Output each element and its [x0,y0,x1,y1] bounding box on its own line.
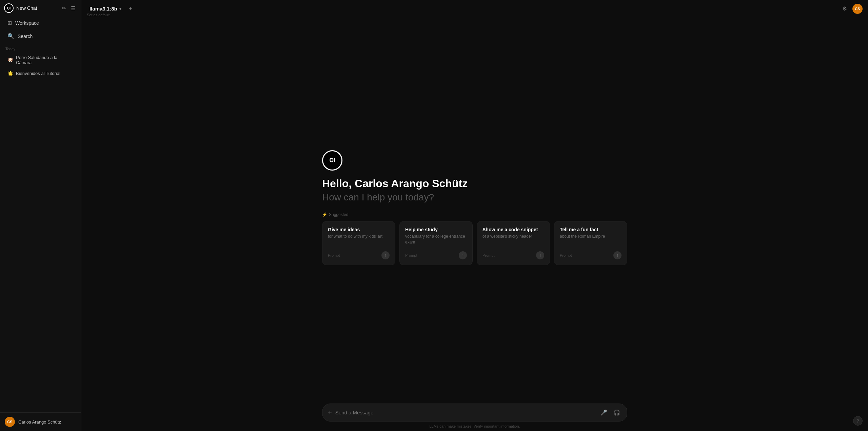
app-logo: OI [4,3,14,13]
chat-area: OI Hello, Carlos Arango Schütz How can I… [81,17,868,398]
suggestion-title-3: Tell me a fun fact [560,227,622,232]
sidebar-item-search[interactable]: 🔍 Search [2,30,79,43]
chat-emoji-1: 🌟 [7,71,13,76]
send-arrow-3[interactable]: ↑ [613,251,622,259]
welcome-section: OI Hello, Carlos Arango Schütz How can I… [322,150,627,265]
workspace-label: Workspace [15,20,39,26]
chat-label-0: Perro Saludando a la Cámara [16,55,74,65]
topbar-right: ⚙ CS [840,3,863,14]
message-input-wrapper: + 🎤 🎧 [322,404,627,422]
welcome-title: Hello, Carlos Arango Schütz [322,177,468,190]
settings-icon[interactable]: ⚙ [840,3,849,14]
sidebar-item-workspace[interactable]: ⊞ Workspace [2,16,79,30]
send-arrow-1[interactable]: ↑ [459,251,467,259]
suggestion-sub-0: for what to do with my kids' art [328,234,390,239]
suggestion-footer-3: Prompt ↑ [560,247,622,259]
suggestion-footer-2: Prompt ↑ [482,247,544,259]
topbar-user-avatar[interactable]: CS [852,4,863,14]
suggestion-card-2[interactable]: Show me a code snippet of a website's st… [477,221,550,265]
suggestion-footer-1: Prompt ↑ [405,247,467,259]
prompt-label-2: Prompt [482,253,494,257]
user-name: Carlos Arango Schütz [18,419,61,425]
main-area: llama3.1:8b ▾ + Set as default ⚙ CS OI H… [81,0,868,431]
suggestions-grid: Give me ideas for what to do with my kid… [322,221,627,265]
menu-icon[interactable]: ☰ [70,4,77,13]
suggestion-sub-1: vocabulary for a college entrance exam [405,234,467,245]
chat-history-item-0[interactable]: 🐶 Perro Saludando a la Cámara [2,52,79,68]
welcome-subtitle: How can I help you today? [322,192,434,203]
chevron-down-icon: ▾ [119,6,121,11]
disclaimer-text: LLMs can make mistakes. Verify important… [429,424,520,428]
message-input[interactable] [335,410,596,415]
model-name: llama3.1:8b [90,6,117,12]
sidebar: OI New Chat ✏ ☰ ⊞ Workspace 🔍 Search Tod… [0,0,81,431]
model-selector[interactable]: llama3.1:8b ▾ [87,4,124,13]
sidebar-header: OI New Chat ✏ ☰ [0,0,81,16]
user-profile[interactable]: CS Carlos Arango Schütz [0,412,81,431]
workspace-icon: ⊞ [7,20,12,26]
user-avatar: CS [5,417,15,427]
edit-icon[interactable]: ✏ [60,4,67,13]
suggestion-card-3[interactable]: Tell me a fun fact about the Roman Empir… [554,221,627,265]
add-model-button[interactable]: + [127,4,135,13]
suggestion-card-1[interactable]: Help me study vocabulary for a college e… [399,221,473,265]
send-arrow-2[interactable]: ↑ [536,251,544,259]
bottom-bar: + 🎤 🎧 LLMs can make mistakes. Verify imp… [81,398,868,431]
microphone-icon[interactable]: 🎤 [599,408,609,417]
topbar: llama3.1:8b ▾ + Set as default ⚙ CS [81,0,868,17]
prompt-label-1: Prompt [405,253,417,257]
suggestion-title-0: Give me ideas [328,227,390,232]
search-label: Search [18,34,33,39]
lightning-icon: ⚡ [322,212,327,217]
prompt-label-0: Prompt [328,253,340,257]
suggestion-footer-0: Prompt ↑ [328,247,390,259]
set-default-link[interactable]: Set as default [87,13,110,17]
suggested-label: ⚡ Suggested [322,212,348,217]
send-arrow-0[interactable]: ↑ [381,251,390,259]
suggestion-title-1: Help me study [405,227,467,232]
chat-emoji-0: 🐶 [7,57,13,63]
search-icon: 🔍 [7,33,14,39]
chat-label-1: Bienvenidos al Tutorial [16,71,60,76]
section-today: Today [0,43,81,52]
suggestion-card-0[interactable]: Give me ideas for what to do with my kid… [322,221,395,265]
chat-history-item-1[interactable]: 🌟 Bienvenidos al Tutorial [2,68,79,79]
oi-logo: OI [322,150,342,171]
header-icons: ✏ ☰ [60,4,77,13]
suggestion-sub-3: about the Roman Empire [560,234,622,239]
prompt-label-3: Prompt [560,253,572,257]
add-attachment-button[interactable]: + [328,409,332,416]
headphone-icon[interactable]: 🎧 [612,408,622,417]
suggestion-title-2: Show me a code snippet [482,227,544,232]
help-button[interactable]: ? [853,416,863,426]
new-chat-label: New Chat [16,5,58,11]
suggestion-sub-2: of a website's sticky header [482,234,544,239]
